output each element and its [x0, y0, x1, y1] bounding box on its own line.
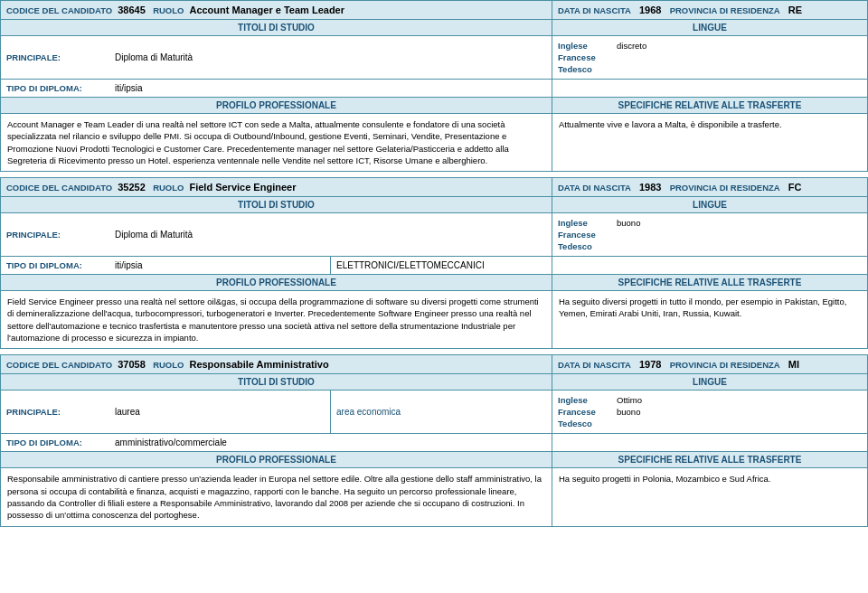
principale-value: Diploma di Maturità [115, 230, 193, 240]
titoli-title: TITOLI DI STUDIO [238, 23, 315, 33]
lingue-title: LINGUE [693, 200, 727, 210]
lingua-value: buono [617, 407, 640, 417]
tipo-diploma-value: iti/ipsia [115, 83, 143, 93]
lingue-title: LINGUE [693, 377, 727, 387]
lingua-name: Francese [558, 407, 608, 417]
card-header: CODICE DEL CANDIDATO 35252 RUOLO Field S… [1, 178, 867, 197]
lingua-row: Tedesco [558, 240, 862, 252]
specifiche-text: Attualmente vive e lavora a Malta, è dis… [559, 119, 782, 129]
lingua-name: Tedesco [558, 64, 608, 74]
candidate-card-c2: CODICE DEL CANDIDATO 35252 RUOLO Field S… [0, 177, 868, 349]
candidate-card-c3: CODICE DEL CANDIDATO 37058 RUOLO Respons… [0, 354, 868, 526]
principale-label: PRINCIPALE: [6, 52, 61, 62]
profilo-title: PROFILO PROFESSIONALE [216, 455, 336, 465]
data-nascita-label: DATA DI NASCITA [558, 183, 631, 193]
lingua-row: Inglese Ottimo [558, 394, 862, 406]
profilo-title: PROFILO PROFESSIONALE [216, 278, 336, 287]
codice-label: CODICE DEL CANDIDATO [6, 5, 112, 15]
lingua-name: Tedesco [558, 419, 608, 428]
codice-label: CODICE DEL CANDIDATO [6, 183, 112, 193]
data-nascita-label: DATA DI NASCITA [558, 5, 631, 15]
lingua-name: Francese [558, 230, 608, 240]
principale-row: PRINCIPALE:laureaarea economica Inglese … [1, 391, 867, 434]
data-nascita-value: 1978 [637, 359, 670, 370]
data-nascita-value: 1983 [637, 182, 670, 193]
card-header: CODICE DEL CANDIDATO 37058 RUOLO Respons… [1, 355, 867, 374]
ruolo-label: RUOLO [153, 183, 184, 193]
principale-extra: area economica [336, 407, 401, 417]
specifiche-title: SPECIFICHE RELATIVE ALLE TRASFERTE [618, 455, 802, 465]
ruolo-value: Responsabile Amministrativo [189, 359, 328, 370]
principale-row: PRINCIPALE:Diploma di Maturità Inglese b… [1, 213, 867, 257]
provincia-value: MI [786, 359, 799, 370]
principale-label: PRINCIPALE: [6, 230, 61, 240]
specifiche-text: Ha seguito progetti in Polonia, Mozambic… [559, 474, 770, 484]
provincia-label: PROVINCIA DI RESIDENZA [670, 183, 780, 193]
tipo-diploma-row: TIPO DI DIPLOMA:iti/ipsiaELETTRONICI/ELE… [1, 257, 867, 275]
titoli-row: TITOLI DI STUDIOLINGUE [1, 20, 867, 36]
profilo-title: PROFILO PROFESSIONALE [216, 100, 336, 110]
principale-value: laurea [115, 407, 140, 417]
lingua-row: Francese [558, 229, 862, 240]
tipo-diploma-label: TIPO DI DIPLOMA: [6, 438, 82, 447]
lingue-title: LINGUE [693, 23, 727, 33]
tipo-diploma-label: TIPO DI DIPLOMA: [6, 83, 82, 93]
provincia-value: FC [786, 182, 802, 193]
titoli-row: TITOLI DI STUDIOLINGUE [1, 197, 867, 213]
lingua-value: buono [617, 218, 640, 228]
lingua-row: Francese buono [558, 406, 862, 418]
codice-value: 37058 [118, 359, 146, 370]
tipo-diploma-row: TIPO DI DIPLOMA:amministrativo/commercia… [1, 434, 867, 452]
principale-row: PRINCIPALE:Diploma di Maturità Inglese d… [1, 36, 867, 80]
profilo-header-row: PROFILO PROFESSIONALE SPECIFICHE RELATIV… [1, 98, 867, 114]
lingua-row: Inglese buono [558, 217, 862, 229]
profilo-text: Responsabile amministrativo di cantiere … [7, 474, 542, 520]
codice-value: 35252 [118, 182, 146, 193]
lingua-value: discreto [617, 41, 646, 51]
lingua-name: Inglese [558, 395, 608, 405]
profilo-header-row: PROFILO PROFESSIONALE SPECIFICHE RELATIV… [1, 452, 867, 468]
lingua-name: Inglese [558, 41, 608, 51]
provincia-value: RE [786, 5, 802, 15]
data-nascita-value: 1968 [637, 5, 670, 15]
principale-value: Diploma di Maturità [115, 52, 193, 62]
profilo-text: Field Service Engineer presso una realtà… [7, 296, 539, 343]
titoli-row: TITOLI DI STUDIOLINGUE [1, 374, 867, 391]
lingua-row: Tedesco [558, 63, 862, 75]
data-nascita-label: DATA DI NASCITA [558, 360, 631, 370]
lingua-name: Inglese [558, 218, 608, 228]
tipo-diploma-extra: ELETTRONICI/ELETTOMECCANICI [336, 260, 485, 270]
ruolo-value: Account Manager e Team Leader [189, 5, 344, 15]
titoli-title: TITOLI DI STUDIO [238, 200, 315, 210]
content-row: Responsabile amministrativo di cantiere … [1, 468, 867, 525]
tipo-diploma-row: TIPO DI DIPLOMA:iti/ipsia [1, 80, 867, 98]
codice-value: 38645 [118, 5, 146, 15]
tipo-diploma-value: iti/ipsia [115, 260, 143, 270]
principale-label: PRINCIPALE: [6, 407, 61, 417]
content-row: Field Service Engineer presso una realtà… [1, 291, 867, 348]
lingua-row: Tedesco [558, 418, 862, 429]
lingua-value: Ottimo [617, 395, 642, 405]
lingua-row: Francese [558, 52, 862, 63]
provincia-label: PROVINCIA DI RESIDENZA [670, 5, 780, 15]
profilo-header-row: PROFILO PROFESSIONALE SPECIFICHE RELATIV… [1, 275, 867, 291]
specifiche-title: SPECIFICHE RELATIVE ALLE TRASFERTE [618, 278, 802, 287]
titoli-title: TITOLI DI STUDIO [238, 377, 315, 387]
tipo-diploma-label: TIPO DI DIPLOMA: [6, 260, 82, 270]
ruolo-label: RUOLO [153, 360, 184, 370]
specifiche-title: SPECIFICHE RELATIVE ALLE TRASFERTE [618, 100, 802, 110]
content-row: Account Manager e Team Leader di una rea… [1, 114, 867, 171]
profilo-text: Account Manager e Team Leader di una rea… [7, 119, 509, 165]
specifiche-text: Ha seguito diversi progetti in tutto il … [559, 296, 846, 318]
lingua-name: Tedesco [558, 241, 608, 251]
codice-label: CODICE DEL CANDIDATO [6, 360, 112, 370]
card-header: CODICE DEL CANDIDATO 38645 RUOLO Account… [1, 1, 867, 20]
candidate-card-c1: CODICE DEL CANDIDATO 38645 RUOLO Account… [0, 0, 868, 172]
ruolo-label: RUOLO [153, 5, 184, 15]
ruolo-value: Field Service Engineer [189, 182, 296, 193]
tipo-diploma-value: amministrativo/commerciale [115, 438, 227, 447]
lingua-name: Francese [558, 52, 608, 62]
lingua-row: Inglese discreto [558, 40, 862, 52]
provincia-label: PROVINCIA DI RESIDENZA [670, 360, 780, 370]
